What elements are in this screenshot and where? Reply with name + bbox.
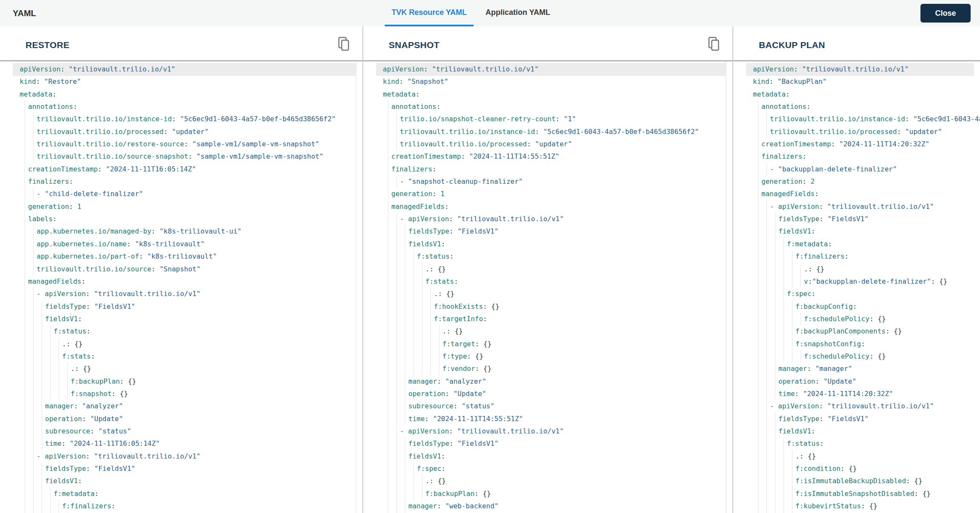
yaml-line: - apiVersion: "triliovault.trilio.io/v1"	[746, 200, 974, 213]
indent-guide	[770, 487, 778, 500]
yaml-line: kind: "Restore"	[13, 75, 356, 88]
indent-guide	[778, 338, 787, 350]
indent-guide	[391, 213, 400, 225]
indent-guide	[391, 462, 400, 475]
indent-guide	[761, 275, 770, 288]
indent-guide	[28, 362, 37, 375]
close-button[interactable]: Close	[920, 4, 971, 23]
indent-guide	[20, 113, 28, 125]
yaml-line: f:stats:	[13, 350, 356, 362]
indent-guide	[770, 338, 778, 350]
panel-snapshot: SNAPSHOTapiVersion: "triliovault.trilio.…	[363, 26, 732, 513]
yaml-line: fieldsType: "FieldsV1"	[746, 413, 974, 425]
indent-guide	[20, 288, 28, 300]
indent-guide	[778, 275, 787, 288]
indent-guide	[753, 238, 761, 250]
copy-yaml-button-snapshot[interactable]	[706, 36, 721, 53]
indent-guide	[761, 425, 770, 437]
indent-guide	[383, 475, 391, 487]
yaml-line: metadata:	[376, 88, 726, 100]
indent-guide	[753, 425, 761, 437]
indent-guide	[778, 437, 787, 450]
yaml-content-backup-plan[interactable]: apiVersion: "triliovault.trilio.io/v1"ki…	[733, 61, 980, 513]
indent-guide	[54, 350, 62, 362]
indent-guide	[417, 475, 425, 487]
indent-guide	[753, 362, 761, 375]
scrollbar-track[interactable]	[726, 61, 726, 513]
yaml-line: subresource: "status"	[13, 425, 356, 437]
indent-guide	[20, 263, 28, 275]
yaml-line: .: {}	[376, 325, 726, 337]
indent-guide	[408, 338, 417, 350]
scrollbar-track[interactable]	[356, 61, 356, 513]
indent-guide	[753, 225, 761, 237]
indent-guide	[37, 313, 45, 325]
indent-guide	[391, 288, 400, 300]
indent-guide	[20, 238, 28, 250]
indent-guide	[400, 288, 408, 300]
indent-guide	[28, 437, 37, 450]
indent-guide	[408, 275, 417, 288]
indent-guide	[20, 300, 28, 313]
indent-guide	[753, 200, 761, 213]
yaml-line: f:backupPlan: {}	[13, 375, 356, 388]
indent-guide	[787, 338, 795, 350]
yaml-line: triliovault.trilio.io/processed: "update…	[13, 125, 356, 138]
indent-guide	[400, 275, 408, 288]
yaml-line: triliovault.trilio.io/restore-source: "s…	[13, 138, 356, 150]
tab-tvk-resource-yaml[interactable]: TVK Resource YAML	[385, 0, 473, 26]
indent-guide	[28, 338, 37, 350]
yaml-lines: apiVersion: "triliovault.trilio.io/v1"ki…	[746, 61, 974, 513]
yaml-line: f:status:	[746, 437, 974, 450]
panel-title-snapshot: SNAPSHOT	[389, 40, 439, 50]
indent-guide	[383, 288, 391, 300]
indent-guide	[37, 362, 45, 375]
indent-guide	[391, 450, 400, 462]
indent-guide	[753, 175, 761, 188]
indent-guide	[383, 338, 391, 350]
indent-guide	[753, 150, 761, 162]
indent-guide	[37, 400, 45, 412]
indent-guide	[770, 263, 778, 275]
indent-guide	[20, 388, 28, 400]
indent-guide	[770, 238, 778, 250]
tab-application-yaml[interactable]: Application YAML	[479, 0, 557, 26]
indent-guide	[37, 500, 45, 512]
indent-guide	[28, 487, 37, 500]
yaml-line: f:vendor: {}	[376, 362, 726, 375]
indent-guide	[770, 388, 778, 400]
indent-guide	[753, 437, 761, 450]
indent-guide	[20, 125, 28, 138]
yaml-line: app.kubernetes.io/managed-by: "k8s-trili…	[13, 225, 356, 237]
yaml-line: f:schedulePolicy: {}	[746, 313, 974, 325]
indent-guide	[770, 288, 778, 300]
copy-yaml-button-restore[interactable]	[336, 36, 351, 53]
indent-guide	[400, 450, 408, 462]
indent-guide	[795, 350, 804, 362]
indent-guide	[28, 500, 37, 512]
indent-guide	[20, 275, 28, 288]
indent-guide	[778, 462, 787, 475]
indent-guide	[45, 350, 54, 362]
yaml-line: subresource: "status"	[376, 400, 726, 412]
indent-guide	[770, 462, 778, 475]
indent-guide	[28, 288, 37, 300]
indent-guide	[383, 325, 391, 337]
yaml-content-restore[interactable]: apiVersion: "triliovault.trilio.io/v1"ki…	[0, 61, 362, 513]
yaml-line: finalizers:	[13, 175, 356, 188]
top-bar: YAML TVK Resource YAML Application YAML …	[0, 0, 980, 26]
yaml-line: managedFields:	[746, 188, 974, 200]
indent-guide	[391, 475, 400, 487]
panel-title-backup-plan: BACKUP PLAN	[759, 40, 825, 50]
indent-guide	[28, 125, 37, 138]
yaml-line: trilio.io/snapshot-cleaner-retry-count: …	[376, 113, 726, 125]
indent-guide	[391, 263, 400, 275]
indent-guide	[770, 250, 778, 262]
indent-guide	[383, 263, 391, 275]
indent-guide	[391, 413, 400, 425]
yaml-content-snapshot[interactable]: apiVersion: "triliovault.trilio.io/v1"ki…	[363, 61, 732, 513]
indent-guide	[778, 350, 787, 362]
indent-guide	[400, 375, 408, 388]
indent-guide	[417, 350, 425, 362]
yaml-line: triliovault.trilio.io/source: "Snapshot"	[13, 263, 356, 275]
